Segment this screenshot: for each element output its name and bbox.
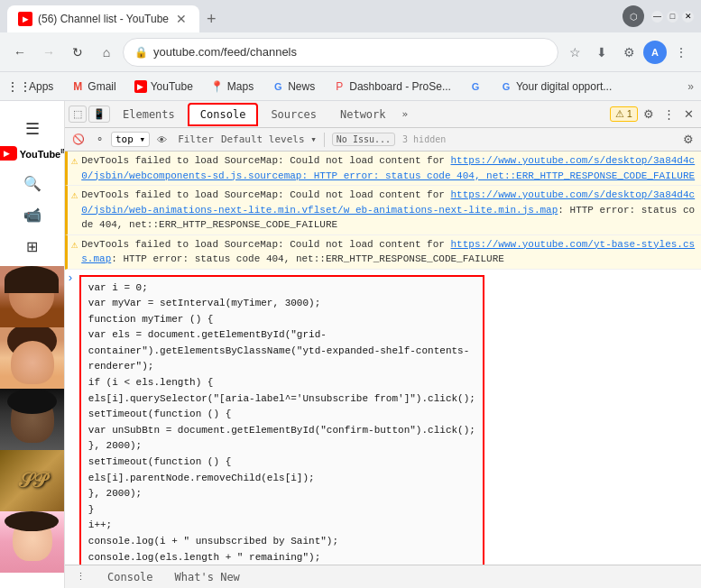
window-controls: ⬡ — □ ✕ [623,5,694,27]
reload-button[interactable]: ↻ [65,40,90,65]
console-area[interactable]: ⚠ DevTools failed to load SourceMap: Cou… [65,152,701,565]
clear-console-button[interactable]: 🚫 [69,132,88,147]
warning-icon: ⚠ [71,153,78,168]
back-button[interactable]: ← [7,40,32,65]
more-bookmarks-button[interactable]: » [687,80,694,93]
bottom-tab-whats-new[interactable]: What's New [171,569,244,585]
tab-title: (56) Channel list - YouTube [38,13,169,25]
dt-settings-button[interactable]: ⚙ [640,106,658,123]
bookmark-gmail[interactable]: M Gmail [66,78,121,95]
nav-icons: ☆ ⬇ ⚙ A ⋮ [562,40,694,65]
dt-bottom-handle: ⋮ [72,571,89,583]
no-issues-badge[interactable]: No Issu... [332,133,395,146]
tab-network[interactable]: Network [329,105,397,124]
prompt-icon: › [67,271,74,285]
console-msg-1: ⚠ DevTools failed to load SourceMap: Cou… [65,186,701,235]
msg-link-2[interactable]: https://www.youtube.com/yt-base-styles.c… [81,239,695,265]
separator [324,133,325,147]
warning-icon-2: ⚠ [71,237,78,252]
dt-toolbar-settings[interactable]: ⚙ [679,131,697,148]
address-bar[interactable]: 🔒 youtube.com/feed/channels [123,38,558,67]
channel-item-2[interactable] [0,327,65,389]
bookmark-maps-label: Maps [227,80,254,93]
console-text-2: DevTools failed to load SourceMap: Could… [81,237,697,267]
bookmark-news[interactable]: G News [266,78,320,95]
code-block[interactable]: var i = 0; var myVar = setInterval(myTim… [79,275,484,565]
tab-elements[interactable]: Elements [112,105,186,124]
dt-close-button[interactable]: ✕ [680,106,697,123]
console-msg-0: ⚠ DevTools failed to load SourceMap: Cou… [65,152,701,186]
devtools-tabs: ⬚ 📱 Elements Console Sources Network » ⚠… [65,101,701,128]
channel-list: 𝒮𝒫 [0,266,65,573]
eye-button[interactable]: 👁 [153,133,171,147]
minimize-button[interactable]: — [651,11,663,23]
dt-warning-count[interactable]: ⚠ 1 [610,106,638,122]
google-icon: G [469,80,482,93]
title-bar: ▶ (56) Channel list - YouTube ✕ + ⬡ — □ … [0,0,701,32]
preserve-log-button[interactable]: ⚬ [92,132,107,147]
devtools-panel: ⬚ 📱 Elements Console Sources Network » ⚠… [65,101,701,588]
filter-label: Filter [174,133,217,145]
lock-icon: 🔒 [134,46,148,59]
active-tab[interactable]: ▶ (56) Channel list - YouTube ✕ [7,5,199,32]
dt-top-icons: ⚠ 1 ⚙ ⋮ ✕ [610,106,697,123]
inspect-button[interactable]: ⬚ [69,106,87,123]
channel-item-1[interactable] [0,266,65,327]
bookmark-youtube-label: YouTube [151,80,193,93]
devtools-bottom-bar: ⋮ Console What's New [65,565,701,588]
channel-thumb-1 [0,266,65,327]
msg-link-0[interactable]: https://www.youtube.com/s/desktop/3a84d4… [81,155,695,181]
console-msg-2: ⚠ DevTools failed to load SourceMap: Cou… [65,235,701,270]
bookmark-google[interactable]: G [464,78,487,95]
yt-apps-button[interactable]: ⊞ [19,231,45,262]
apps-icon: ⋮⋮ [13,80,25,93]
gmail-icon: M [71,80,84,93]
home-button[interactable]: ⌂ [94,40,119,65]
bottom-tab-console[interactable]: Console [104,569,157,585]
digital-icon: G [500,80,512,93]
tab-console[interactable]: Console [188,103,259,126]
context-selector[interactable]: top ▾ [111,132,150,147]
channel-item-5[interactable] [0,511,65,573]
channel-item-4[interactable]: 𝒮𝒫 [0,450,65,511]
profile-avatar[interactable]: A [643,41,667,64]
yt-play-icon: ▶ [4,149,10,158]
yt-logo-icon: ▶ [0,146,17,161]
device-toggle-button[interactable]: 📱 [88,106,110,123]
msg-link-1[interactable]: https://www.youtube.com/s/desktop/3a84d4… [81,189,695,216]
bookmark-digital[interactable]: G Your digital opport... [494,78,617,95]
close-button[interactable]: ✕ [682,11,694,23]
yt-video-button[interactable]: 📹 [16,199,49,231]
extensions-button[interactable]: ⚙ [616,40,641,65]
bookmark-maps[interactable]: 📍 Maps [206,78,259,95]
bookmark-dashboard[interactable]: P Dashboard - ProSe... [327,78,457,95]
console-text-1: DevTools failed to load SourceMap: Could… [81,188,697,233]
bookmark-apps[interactable]: ⋮⋮ Apps [7,78,59,95]
tab-sources[interactable]: Sources [260,105,327,124]
yt-search-button[interactable]: 🔍 [16,168,49,199]
download-button[interactable]: ⬇ [589,40,614,65]
bookmark-dashboard-label: Dashboard - ProSe... [349,80,451,93]
forward-button[interactable]: → [36,40,61,65]
channel-item-3[interactable] [0,389,65,450]
main-content: ☰ ▶ YouTubeIN 🔍 📹 ⊞ [0,101,701,588]
dt-more-button[interactable]: ⋮ [659,106,678,123]
dashboard-icon: P [333,80,346,93]
tab-strip: ▶ (56) Channel list - YouTube ✕ + [7,0,623,32]
menu-button[interactable]: ⋮ [669,40,694,65]
tab-close-button[interactable]: ✕ [174,12,189,26]
bookmark-star-button[interactable]: ☆ [562,40,587,65]
yt-logo[interactable]: ▶ YouTubeIN [0,146,65,161]
yt-logo-text: YouTubeIN [20,148,65,160]
bookmarks-bar: ⋮⋮ Apps M Gmail ▶ YouTube 📍 Maps G News … [0,72,701,101]
maps-icon: 📍 [211,80,224,93]
new-tab-button[interactable]: + [203,6,220,32]
default-levels-selector[interactable]: Default levels ▾ [221,133,317,145]
extension-icon[interactable]: ⬡ [623,5,644,27]
bookmark-news-label: News [288,80,315,93]
yt-menu-button[interactable]: ☰ [18,112,47,146]
maximize-button[interactable]: □ [667,11,678,23]
youtube-sidebar: ☰ ▶ YouTubeIN 🔍 📹 ⊞ [0,101,65,588]
bookmark-youtube[interactable]: ▶ YouTube [129,78,198,95]
code-input-row: › var i = 0; var myVar = setInterval(myT… [65,270,701,565]
